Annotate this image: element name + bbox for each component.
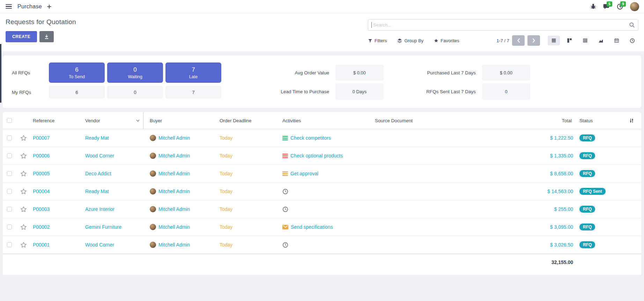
vendor-link[interactable]: Azure Interior — [85, 206, 150, 212]
header-source-document[interactable]: Source Document — [375, 118, 512, 123]
order-deadline[interactable]: Today — [220, 224, 282, 230]
table-row: P00006 Wood Corner Mitchell Admin Today … — [3, 147, 641, 165]
order-deadline[interactable]: Today — [220, 135, 282, 141]
pager-range: 1-7 / 7 — [496, 38, 509, 43]
optional-columns-icon[interactable] — [622, 118, 641, 123]
my-rfq-stat-tile[interactable]: 7 — [165, 86, 221, 98]
reference-link[interactable]: P00001 — [33, 242, 85, 248]
favorite-star-icon[interactable] — [17, 135, 33, 141]
activity-cell[interactable]: Send specifications — [282, 224, 375, 230]
kanban-view-icon[interactable] — [563, 36, 576, 45]
buyer-cell[interactable]: Mitchell Admin — [150, 135, 220, 141]
favorite-star-icon[interactable] — [17, 153, 33, 159]
apps-menu-icon[interactable] — [5, 3, 13, 10]
export-button[interactable] — [39, 31, 54, 42]
row-checkbox[interactable] — [7, 171, 12, 176]
pager-prev-button[interactable] — [512, 35, 525, 46]
pivot-view-icon[interactable] — [579, 36, 591, 45]
app-name[interactable]: Purchase — [17, 3, 42, 10]
debug-bug-icon[interactable] — [590, 3, 596, 9]
messages-icon[interactable]: 5 — [603, 3, 610, 9]
vendor-link[interactable]: Ready Mat — [85, 189, 150, 194]
reference-link[interactable]: P00007 — [33, 135, 85, 141]
row-total: $ 255.00 — [512, 206, 575, 212]
search-input[interactable] — [368, 19, 638, 31]
group-by-button[interactable]: Group By — [397, 38, 423, 43]
favorites-button[interactable]: Favorites — [434, 38, 459, 43]
calendar-view-icon[interactable] — [610, 36, 623, 45]
rfq-stat-tile[interactable]: 6 To Send — [49, 63, 105, 83]
kpi-value: 0 Days — [335, 83, 384, 100]
activity-cell[interactable]: Check competitors — [282, 135, 375, 141]
plus-icon[interactable] — [47, 4, 52, 9]
kpi-item: Lead Time to Purchase 0 Days — [257, 83, 384, 100]
filters-button[interactable]: Filters — [368, 38, 387, 43]
buyer-cell[interactable]: Mitchell Admin — [150, 170, 220, 177]
row-checkbox[interactable] — [7, 189, 12, 194]
order-deadline[interactable]: Today — [220, 189, 282, 194]
vendor-link[interactable]: Ready Mat — [85, 135, 150, 141]
favorite-star-icon[interactable] — [17, 206, 33, 213]
order-deadline[interactable]: Today — [220, 153, 282, 159]
activity-view-icon[interactable] — [626, 36, 638, 46]
favorite-star-icon[interactable] — [17, 170, 33, 177]
buyer-name: Mitchell Admin — [158, 153, 190, 159]
activity-cell[interactable]: Get approval — [282, 171, 375, 176]
favorite-star-icon[interactable] — [17, 242, 33, 248]
activity-cell[interactable]: Check optional products — [282, 153, 375, 159]
my-rfqs-label[interactable]: My RFQs — [12, 90, 49, 95]
vendor-link[interactable]: Wood Corner — [85, 242, 150, 248]
reference-link[interactable]: P00003 — [33, 206, 85, 212]
order-deadline[interactable]: Today — [220, 206, 282, 212]
reference-link[interactable]: P00005 — [33, 171, 85, 176]
rfq-stat-tile[interactable]: 0 Waiting — [107, 63, 163, 83]
user-avatar[interactable] — [630, 2, 639, 11]
buyer-cell[interactable]: Mitchell Admin — [150, 206, 220, 212]
vendor-link[interactable]: Wood Corner — [85, 153, 150, 159]
row-checkbox[interactable] — [7, 135, 12, 140]
header-order-deadline[interactable]: Order Deadline — [220, 118, 282, 123]
list-view-icon[interactable] — [548, 36, 560, 45]
table-footer-row: 32,155.00 — [3, 254, 641, 270]
row-checkbox[interactable] — [7, 153, 12, 158]
buyer-cell[interactable]: Mitchell Admin — [150, 153, 220, 159]
all-rfqs-label[interactable]: All RFQs — [12, 70, 49, 75]
header-reference[interactable]: Reference — [33, 118, 85, 123]
row-checkbox[interactable] — [7, 225, 12, 229]
table-header-row: Reference Vendor Buyer Order Deadline Ac… — [3, 112, 641, 129]
select-all-checkbox[interactable] — [7, 118, 12, 123]
graph-view-icon[interactable] — [595, 36, 607, 45]
order-deadline[interactable]: Today — [220, 171, 282, 176]
order-deadline[interactable]: Today — [220, 242, 282, 248]
reference-link[interactable]: P00002 — [33, 224, 85, 230]
buyer-cell[interactable]: Mitchell Admin — [150, 188, 220, 194]
header-activities[interactable]: Activities — [282, 118, 375, 123]
vendor-link[interactable]: Deco Addict — [85, 171, 150, 176]
buyer-avatar — [150, 206, 156, 212]
activity-cell[interactable] — [282, 206, 375, 212]
my-rfq-stat-tile[interactable]: 6 — [49, 86, 105, 98]
my-rfq-stat-tile[interactable]: 0 — [107, 86, 163, 98]
buyer-cell[interactable]: Mitchell Admin — [150, 242, 220, 248]
favorite-star-icon[interactable] — [17, 224, 33, 230]
row-checkbox[interactable] — [7, 207, 12, 212]
activity-cell[interactable] — [282, 189, 375, 194]
status-badge: RFQ — [579, 206, 595, 213]
control-panel: Requests for Quotation CREATE — [0, 13, 644, 51]
buyer-cell[interactable]: Mitchell Admin — [150, 224, 220, 230]
favorite-star-icon[interactable] — [17, 188, 33, 195]
header-status[interactable]: Status — [575, 118, 622, 123]
pager-next-button[interactable] — [527, 35, 540, 46]
header-total[interactable]: Total — [512, 118, 575, 123]
reference-link[interactable]: P00006 — [33, 153, 85, 159]
rfq-stat-tile[interactable]: 7 Late — [165, 63, 221, 83]
header-vendor[interactable]: Vendor — [85, 112, 143, 129]
header-buyer[interactable]: Buyer — [150, 118, 220, 123]
row-checkbox[interactable] — [7, 242, 12, 247]
reference-link[interactable]: P00004 — [33, 189, 85, 194]
create-button[interactable]: CREATE — [6, 31, 37, 42]
activities-clock-icon[interactable]: 9 — [617, 3, 623, 10]
activity-cell[interactable] — [282, 242, 375, 248]
vendor-link[interactable]: Gemini Furniture — [85, 224, 150, 230]
search-icon[interactable] — [629, 22, 635, 28]
